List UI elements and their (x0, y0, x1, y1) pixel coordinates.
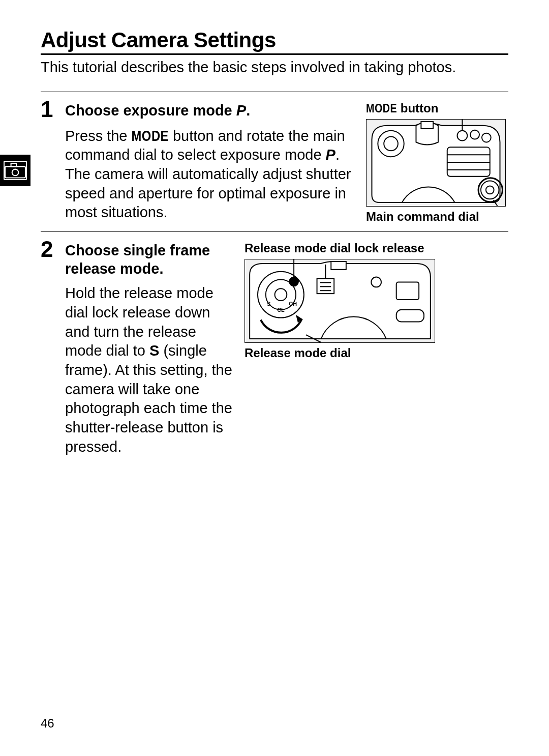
svg-rect-28 (396, 309, 424, 322)
step-number: 2 (41, 238, 59, 457)
figure-label-release-dial: Release mode dial (245, 346, 435, 361)
page-number: 46 (41, 716, 54, 731)
svg-point-2 (12, 169, 19, 176)
p-mode-glyph: P (236, 102, 246, 119)
camera-release-dial-diagram: S CL CH (245, 259, 435, 343)
step-2: 2 Choose single frame release mode. Hold… (41, 231, 508, 457)
svg-rect-1 (11, 163, 16, 166)
step-number: 1 (41, 98, 59, 224)
text: . (246, 102, 250, 119)
svg-text:CH: CH (289, 301, 297, 307)
p-mode-glyph: P (326, 147, 336, 163)
camera-icon (4, 161, 27, 180)
svg-point-10 (482, 133, 491, 142)
svg-point-9 (470, 130, 479, 139)
camera-top-diagram (366, 119, 506, 207)
figure-label-release-lock: Release mode dial lock release (245, 241, 435, 256)
text: Choose exposure mode (65, 102, 236, 119)
text: (single frame). At this setting, the cam… (65, 342, 232, 454)
svg-point-27 (371, 277, 381, 287)
figure-label-main-command-dial: Main command dial (366, 210, 508, 224)
svg-text:S: S (267, 301, 270, 307)
step-2-body: Hold the release mode dial lock release … (65, 284, 235, 456)
svg-point-14 (384, 137, 398, 151)
svg-point-20 (275, 288, 287, 301)
step-1-heading: Choose exposure mode P. (65, 101, 357, 120)
svg-point-8 (458, 131, 468, 141)
text: Press the (65, 128, 132, 144)
manual-page: Adjust Camera Settings This tutorial des… (0, 0, 549, 756)
svg-rect-25 (331, 261, 346, 270)
mode-word: MODE (132, 127, 169, 144)
page-title: Adjust Camera Settings (41, 28, 508, 55)
svg-point-24 (289, 277, 298, 286)
mode-word: MODE (366, 101, 397, 115)
figure-label-mode-button: MODE button (366, 101, 508, 116)
step-1-body: Press the MODE button and rotate the mai… (65, 126, 357, 222)
step-2-heading: Choose single frame release mode. (65, 241, 235, 278)
s-mode-glyph: S (149, 342, 159, 359)
svg-rect-26 (396, 282, 419, 300)
section-tab (0, 155, 30, 186)
svg-rect-3 (421, 122, 433, 129)
text: button (397, 101, 438, 115)
svg-rect-32 (317, 278, 334, 294)
svg-point-12 (486, 186, 494, 194)
step-1: 1 Choose exposure mode P. Press the MODE… (41, 92, 508, 224)
intro-text: This tutorial describes the basic steps … (41, 58, 508, 76)
svg-text:CL: CL (277, 306, 285, 312)
